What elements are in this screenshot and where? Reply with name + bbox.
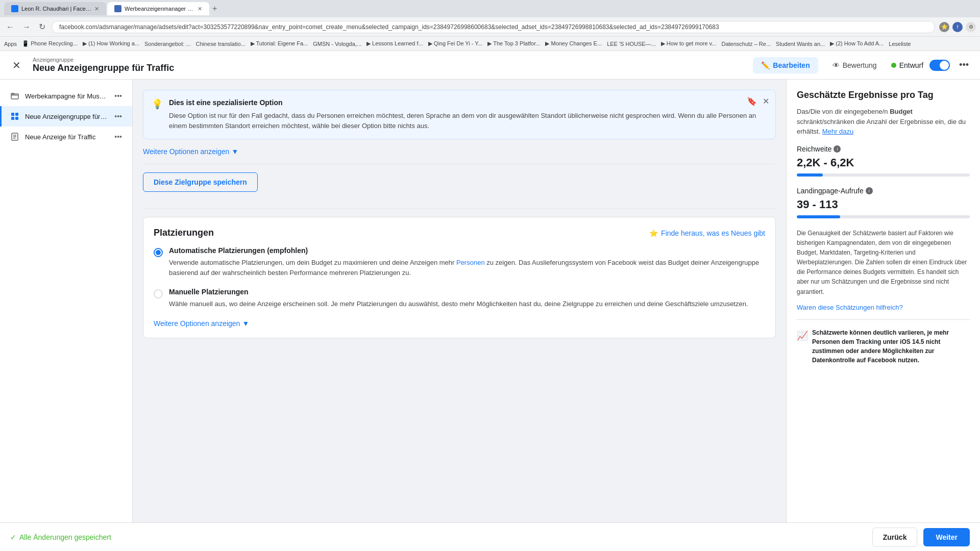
tab-close-2[interactable]: ✕ [198,6,202,12]
sidebar-item-ad[interactable]: Neue Anzeige für Traffic ••• [0,127,132,147]
auto-placement-desc: Verwende automatische Platzierungen, um … [169,258,765,278]
info-box-content: Dies ist eine spezialisierte Option Dies… [169,98,767,131]
eye-icon: 👁 [832,61,840,69]
find-new-label: Finde heraus, was es Neues gibt [661,229,765,237]
bookmark-15[interactable]: ▶ (2) How To Add A... [830,40,884,47]
sidebar: Werbekampagne für Muster... ••• Neue Anz… [0,80,133,522]
reichweite-label: Reichweite i [797,145,970,153]
tab-favicon-2 [114,5,121,12]
entwurf-label: Entwurf [899,61,923,69]
weitere-optionen-1[interactable]: Weitere Optionen anzeigen ▼ [143,147,776,156]
browser-tab-1[interactable]: Leon R. Chaudhari | Facebook ... ✕ [4,2,106,15]
info-bookmark-button[interactable]: 🔖 [747,96,757,106]
info-close-button[interactable]: ✕ [763,96,769,106]
auto-placement-radio[interactable] [154,248,163,257]
budget-bold: Budget [890,108,913,115]
tab-close-1[interactable]: ✕ [94,6,99,12]
browser-chrome: Leon R. Chaudhari | Facebook ... ✕ Werbe… [0,0,980,17]
bookmark-11[interactable]: LEE 'S HOUSE—... [607,41,656,47]
manual-placement-label: Manuelle Platzierungen [169,288,748,296]
sidebar-item-campaign[interactable]: Werbekampagne für Muster... ••• [0,86,132,106]
entwurf-badge: Entwurf [891,61,923,69]
weitere-optionen-2[interactable]: Weitere Optionen anzeigen ▼ [154,319,765,328]
next-button-footer[interactable]: Weiter [923,528,970,546]
browser-toolbar: ← → ↻ ⭐ f ⚙ [0,17,980,37]
sidebar-campaign-more[interactable]: ••• [112,91,124,101]
trend-icon: 📈 [797,329,808,365]
bookmark-4[interactable]: Chinese translatio... [195,41,245,47]
forward-button[interactable]: → [20,20,33,34]
browser-tabs: Leon R. Chaudhari | Facebook ... ✕ Werbe… [4,2,976,15]
browser-tab-2[interactable]: Werbeanzeigenmanager - We... ✕ [107,2,209,15]
save-audience-button[interactable]: Diese Zielgruppe speichern [143,172,258,192]
bookmark-13[interactable]: Datenschutz – Re... [721,41,771,47]
auto-placement-option[interactable]: Automatische Platzierungen (empfohlen) V… [154,246,765,278]
bewertung-label: Bewertung [843,61,877,69]
status-dot [891,63,896,68]
tab-favicon-1 [11,5,18,12]
close-button[interactable]: ✕ [8,57,24,73]
mehr-dazu-link[interactable]: Mehr dazu [822,128,853,135]
reload-button[interactable]: ↻ [37,20,47,34]
footer: ✓ Alle Änderungen gespeichert Zurück Wei… [0,522,980,551]
header-actions: ✏️ Bearbeiten 👁 Bewertung Entwurf ••• [753,57,972,73]
bearbeiten-button[interactable]: ✏️ Bearbeiten [753,57,818,73]
bookmark-12[interactable]: ▶ How to get more v... [661,40,717,47]
bookmark-7[interactable]: ▶ Lessons Learned f... [366,40,423,47]
checkmark-icon: ✓ [10,533,16,541]
manual-placement-option[interactable]: Manuelle Platzierungen Wähle manuell aus… [154,288,765,309]
back-button[interactable]: ← [4,20,16,34]
extension-icon-1[interactable]: ⭐ [939,22,949,32]
bookmark-14[interactable]: Student Wants an... [776,41,825,47]
header-main-title: Neue Anzeigengruppe für Traffic [33,63,174,73]
svg-rect-4 [15,117,18,120]
reichweite-info-icon[interactable]: i [834,145,841,153]
manual-placement-content: Manuelle Platzierungen Wähle manuell aus… [169,288,748,309]
bookmark-leselist[interactable]: Leseliste [889,41,911,47]
sidebar-adset-more[interactable]: ••• [112,111,124,121]
new-tab-button[interactable]: + [210,2,219,15]
bookmark-8[interactable]: ▶ Qing Fei De Yi - Y... [428,40,483,47]
main-layout: Werbekampagne für Muster... ••• Neue Anz… [0,80,980,522]
bewertung-button[interactable]: 👁 Bewertung [824,57,885,73]
weitere-optionen-2-label: Weitere Optionen anzeigen [154,319,240,328]
svg-rect-3 [11,117,14,120]
bookmark-3[interactable]: Sonderangebot: ... [144,41,191,47]
back-button-footer[interactable]: Zurück [872,528,918,547]
changes-saved-indicator: ✓ Alle Änderungen gespeichert [10,533,111,541]
personen-link[interactable]: Personen [456,259,485,266]
platzierungen-section: Platzierungen ⭐ Finde heraus, was es Neu… [143,217,776,338]
bookmark-6[interactable]: GMSN - Vologda,... [313,41,361,47]
tab-label-1: Leon R. Chaudhari | Facebook ... [21,6,91,12]
find-new-button[interactable]: ⭐ Finde heraus, was es Neues gibt [649,229,765,237]
bookmark-5[interactable]: ▶ Tutorial: Eigene Fa... [251,40,308,47]
landingpage-info-icon[interactable]: i [866,187,873,194]
auto-placement-label: Automatische Platzierungen (empfohlen) [169,246,765,255]
extension-icon-2[interactable]: ⚙ [966,22,976,32]
info-box: 💡 Dies ist eine spezialisierte Option Di… [143,90,776,139]
chevron-down-icon-1: ▼ [231,147,238,156]
platzierungen-header: Platzierungen ⭐ Finde heraus, was es Neu… [154,228,765,238]
bookmark-apps[interactable]: Apps [4,41,17,47]
save-audience-row: Diese Zielgruppe speichern [143,172,776,200]
app: ✕ Anzeigengruppe Neue Anzeigengruppe für… [0,51,980,551]
manual-placement-radio[interactable] [154,289,163,298]
bookmark-2[interactable]: ▶ (1) How Working a... [83,40,139,47]
sidebar-ad-label: Neue Anzeige für Traffic [25,133,107,141]
sidebar-ad-more[interactable]: ••• [112,132,124,142]
address-bar[interactable] [52,21,935,33]
reichweite-progress-fill [797,173,823,177]
bookmark-9[interactable]: ▶ The Top 3 Platfor... [487,40,540,47]
more-options-button[interactable]: ••• [956,57,972,73]
waren-helpful-link[interactable]: Waren diese Schätzungen hilfreich? [797,304,903,311]
sidebar-item-adset[interactable]: Neue Anzeigengruppe für ... ••• [0,106,132,127]
ios-warning-note: 📈 Schätzwerte können deutlich variieren,… [797,319,970,365]
bookmarks-bar: Apps 📱 Phone Recycling... ▶ (1) How Work… [0,37,980,51]
pencil-icon: ✏️ [761,61,770,69]
svg-rect-0 [11,94,18,99]
bookmark-10[interactable]: ▶ Money Changes E... [545,40,602,47]
header-title-group: Anzeigengruppe Neue Anzeigengruppe für T… [33,57,174,73]
publish-toggle[interactable] [929,60,950,71]
bookmark-1[interactable]: 📱 Phone Recycling... [22,40,78,47]
profile-icon[interactable]: f [952,22,963,32]
